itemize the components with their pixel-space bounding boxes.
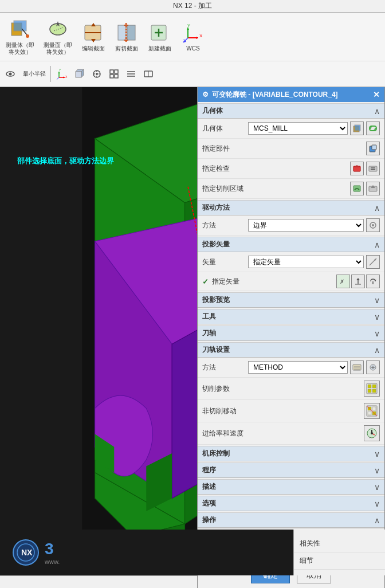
vec-btn-up[interactable] [351,275,365,288]
specify-check-icon-btn2[interactable] [366,162,380,175]
toolbar-xyz-icon[interactable]: X Y [56,67,69,81]
geometry-part-icon-btn[interactable] [350,121,364,135]
panel-body: 几何体 ∧ 几何体 MCS_MILL [198,102,384,562]
toolbar-measure-body[interactable]: 测量体（即将失效） [3,17,37,57]
section-machine-toggle: ∨ [374,449,380,458]
section-operations[interactable]: 操作 ∧ [198,512,384,528]
new-section-icon [148,21,171,44]
section-toolpath-settings[interactable]: 刀轨设置 ∧ [198,342,384,358]
svg-marker-20 [196,37,198,39]
drive-method-select-wrapper: 边界 [248,219,364,232]
section-tool-axis-toggle: ∨ [374,329,380,338]
min-radius-label: 最小半径 [23,70,46,78]
app-title: NX 12 - 加工 [173,1,212,11]
toolbar-measure-face[interactable]: 测量面（即将失效） [41,17,74,57]
svg-rect-103 [372,385,376,388]
section-tool-toggle: ∨ [374,312,380,322]
measure-face-icon [46,18,69,41]
svg-text:Y: Y [59,68,61,72]
checkmark-icon: ✓ [202,277,209,286]
toolpath-method-select[interactable]: METHOD [248,361,348,374]
vector-icon-btn[interactable] [366,255,380,269]
toolbar-snap[interactable] [90,67,104,81]
toolbar-wcs[interactable]: X Y Z WCS [179,20,207,53]
section-tool-axis[interactable]: 刀轴 ∨ [198,326,384,341]
svg-rect-47 [115,70,118,73]
svg-text:+: + [369,436,371,439]
toolbar-cut-section[interactable]: 剪切截面 [112,20,141,53]
svg-rect-46 [110,70,113,73]
toolpath-method-label: 方法 [202,363,248,373]
specify-check-icon-btn1[interactable] [350,162,364,175]
panel-close-button[interactable]: ✕ [373,90,380,99]
toolbar-icon-eye[interactable] [3,67,17,81]
geometry-select[interactable]: MCS_MILL [248,122,348,135]
measure-body-icon [9,18,32,41]
svg-rect-71 [355,125,360,131]
vec-btn-x[interactable]: ✗ [336,275,350,288]
detail-item[interactable]: 细节 [294,552,385,570]
cut-region-icon-btn2[interactable] [366,182,380,195]
toolpath-method-icon-btn1[interactable] [350,360,364,374]
section-projection-preview[interactable]: 投影预览 ∨ [198,292,384,308]
drive-method-select[interactable]: 边界 [248,219,364,232]
nx-logo: NX 3 www. [11,538,60,567]
section-tool-axis-title: 刀轴 [202,328,216,338]
svg-rect-104 [368,389,371,393]
cut-params-icon-btn[interactable] [364,381,380,397]
section-machine-control[interactable]: 机床控制 ∨ [198,446,384,461]
svg-marker-31 [63,77,65,79]
section-drive-method[interactable]: 驱动方法 ∧ [198,200,384,215]
section-geometry-toggle: ∧ [374,107,380,116]
section-description[interactable]: 描述 ∨ [198,479,384,495]
section-projection-vector[interactable]: 投影矢量 ∧ [198,237,384,252]
specify-part-row: 指定部件 [198,139,384,159]
toolpath-method-row: 方法 METHOD [198,358,384,378]
feed-speed-icon-btn[interactable]: + [364,425,380,441]
vector-buttons: ✗ [336,275,380,288]
toolbar-edit-section[interactable]: 编辑截面 [79,20,108,53]
geometry-control: MCS_MILL [248,121,380,135]
svg-point-29 [9,73,12,76]
cut-params-label: 切削参数 [202,384,248,394]
svg-point-115 [371,432,373,434]
svg-marker-90 [356,278,360,280]
vector-label: 矢量 [202,257,248,267]
geometry-link-icon-btn[interactable] [366,121,380,135]
title-bar: NX 12 - 加工 [0,0,385,13]
svg-rect-11 [118,25,126,40]
section-tool[interactable]: 工具 ∨ [198,309,384,324]
section-program[interactable]: 程序 ∨ [198,462,384,478]
non-cut-icon-btn[interactable] [364,403,380,419]
svg-point-83 [372,224,374,226]
specify-check-row: 指定检查 [198,159,384,179]
section-options[interactable]: 选项 ∨ [198,496,384,511]
svg-line-34 [57,77,59,80]
cut-region-icon-btn1[interactable] [350,182,364,195]
toolbar-new-section[interactable]: 新建截面 [146,20,174,53]
vec-btn-reverse[interactable] [366,275,380,288]
vector-select[interactable]: 指定矢量 [248,256,364,268]
related-item[interactable]: 相关性 [294,535,385,552]
section-geometry[interactable]: 几何体 ∧ [198,103,384,119]
svg-marker-33 [58,72,60,73]
new-section-label: 新建截面 [148,45,171,52]
svg-text:✗: ✗ [340,279,344,285]
drive-method-icon-btn[interactable] [366,218,380,232]
drive-method-label: 方法 [202,221,248,230]
section-drive-toggle: ∧ [374,203,380,213]
toolbar-extra1[interactable] [142,67,155,81]
section-description-toggle: ∨ [374,483,380,492]
specify-vector-label: 指定矢量 [212,277,239,287]
section-program-title: 程序 [202,465,216,475]
toolbar-more[interactable] [124,67,138,81]
toolbar-fit[interactable] [107,67,121,81]
section-drive-method-title: 驱动方法 [202,203,230,213]
specify-part-icon-btn[interactable] [366,142,380,155]
svg-text:X: X [65,75,68,79]
toolpath-method-icon-btn2[interactable] [366,360,380,374]
vector-select-wrapper: 指定矢量 [248,256,364,268]
specify-check-label: 指定检查 [202,164,248,174]
toolbar-view-cube[interactable] [73,67,87,81]
specify-cut-region-control [248,182,380,195]
